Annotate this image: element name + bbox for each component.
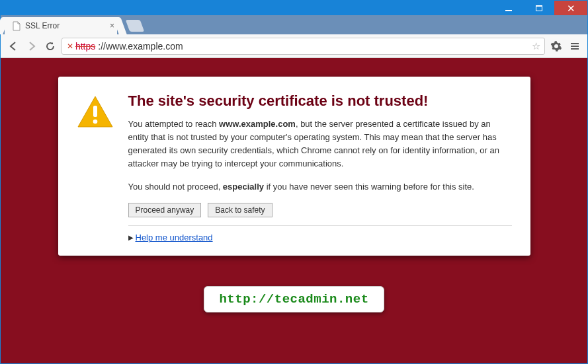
url-scheme: ✕ https <box>66 41 95 52</box>
warning-triangle-icon <box>77 95 114 242</box>
warning-paragraph-1: You attempted to reach www.example.com, … <box>128 118 512 171</box>
new-tab-button[interactable] <box>126 20 145 32</box>
forward-button[interactable] <box>24 39 39 54</box>
back-to-safety-button[interactable]: Back to safety <box>208 203 272 217</box>
browser-window: ✕ SSL Error × ✕ https ://www.example.com… <box>0 0 588 364</box>
browser-toolbar: ✕ https ://www.example.com ☆ <box>1 34 587 58</box>
address-bar[interactable]: ✕ https ://www.example.com ☆ <box>62 38 545 55</box>
bookmark-star-icon[interactable]: ☆ <box>532 40 540 52</box>
page-content: The site's security certificate is not t… <box>1 58 587 363</box>
page-icon <box>11 21 21 30</box>
window-close-button[interactable]: ✕ <box>554 1 587 15</box>
window-minimize-button[interactable] <box>493 1 524 15</box>
reload-button[interactable] <box>43 39 58 54</box>
window-titlebar: ✕ <box>1 1 587 15</box>
help-row: ▶ Help me understand <box>128 233 512 242</box>
tab-strip: SSL Error × <box>1 15 587 34</box>
settings-gear-icon[interactable] <box>549 39 564 54</box>
window-maximize-button[interactable] <box>524 1 554 15</box>
warning-body: The site's security certificate is not t… <box>128 92 512 242</box>
tab-title: SSL Error <box>25 21 60 30</box>
insecure-x-icon: ✕ <box>67 42 73 51</box>
back-button[interactable] <box>6 39 21 54</box>
url-text: ://www.example.com <box>98 41 183 52</box>
help-me-understand-link[interactable]: Help me understand <box>136 233 213 242</box>
divider <box>128 225 512 226</box>
tab-close-icon[interactable]: × <box>110 21 114 30</box>
watermark-badge: http://tecadmin.net <box>204 286 384 312</box>
ssl-warning-card: The site's security certificate is not t… <box>58 77 530 256</box>
button-row: Proceed anyway Back to safety <box>128 203 512 217</box>
expand-triangle-icon[interactable]: ▶ <box>128 234 134 241</box>
menu-icon[interactable] <box>567 39 582 54</box>
proceed-anyway-button[interactable]: Proceed anyway <box>128 203 202 217</box>
warning-heading: The site's security certificate is not t… <box>128 92 512 110</box>
browser-tab[interactable]: SSL Error × <box>5 17 117 34</box>
warning-paragraph-2: You should not proceed, especially if yo… <box>128 180 512 194</box>
svg-rect-0 <box>93 106 97 117</box>
svg-point-1 <box>93 120 97 124</box>
